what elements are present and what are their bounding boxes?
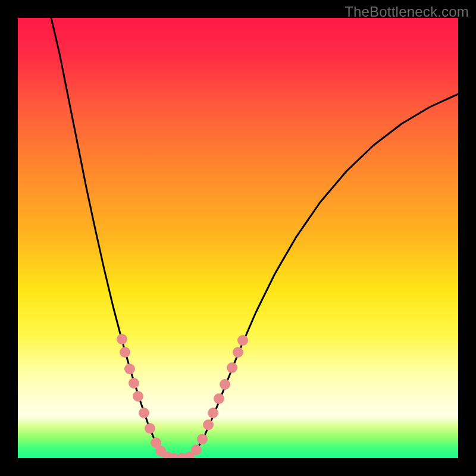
curve-layer — [18, 18, 458, 458]
marker-dot — [124, 364, 135, 374]
marker-dot — [203, 419, 214, 430]
watermark-text: TheBottleneck.com — [345, 4, 469, 20]
bottleneck-curve — [51, 18, 458, 458]
chart-frame: TheBottleneck.com — [0, 0, 476, 476]
marker-dot — [191, 444, 202, 455]
marker-dot — [237, 335, 248, 346]
marker-dot — [133, 391, 143, 402]
marker-dot — [233, 347, 243, 358]
marker-dot — [214, 393, 224, 404]
marker-dot — [220, 379, 230, 390]
marker-dot — [227, 362, 237, 373]
marker-dot — [120, 347, 130, 358]
plot-area — [18, 18, 458, 458]
curve-markers — [117, 334, 248, 458]
marker-dot — [145, 423, 155, 434]
marker-dot — [117, 334, 127, 345]
marker-dot — [208, 408, 218, 418]
marker-dot — [197, 434, 208, 444]
marker-dot — [139, 408, 149, 418]
marker-dot — [129, 378, 139, 389]
